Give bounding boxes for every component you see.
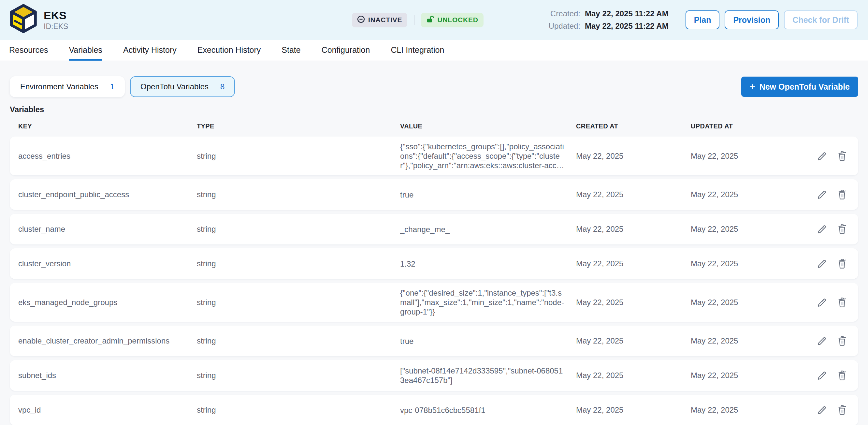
variable-created-at: May 22, 2025 bbox=[576, 190, 691, 199]
edit-variable-button[interactable] bbox=[817, 259, 827, 269]
trash-icon bbox=[837, 224, 847, 234]
environment-id: ID:EKS bbox=[44, 22, 68, 31]
table-row: cluster_endpoint_public_access string tr… bbox=[10, 179, 858, 210]
created-value: May 22, 2025 11:22 AM bbox=[585, 9, 669, 18]
variable-created-at: May 22, 2025 bbox=[576, 259, 691, 268]
created-label: Created: bbox=[549, 9, 580, 18]
trash-icon bbox=[837, 370, 847, 381]
variable-key: cluster_endpoint_public_access bbox=[18, 190, 197, 199]
table-row: cluster_name string _change_me_ May 22, … bbox=[10, 214, 858, 244]
check-for-drift-button[interactable]: Check for Drift bbox=[784, 10, 858, 29]
delete-variable-button[interactable] bbox=[837, 405, 847, 415]
column-type: Type bbox=[197, 123, 400, 130]
tab-activity-history[interactable]: Activity History bbox=[123, 40, 177, 61]
delete-variable-button[interactable] bbox=[837, 370, 847, 381]
tab-configuration[interactable]: Configuration bbox=[321, 40, 370, 61]
edit-variable-button[interactable] bbox=[817, 336, 827, 346]
table-row: access_entries string {"sso":{"kubernete… bbox=[10, 136, 858, 175]
pencil-icon bbox=[817, 224, 827, 234]
trash-icon bbox=[837, 189, 847, 200]
tab-resources[interactable]: Resources bbox=[9, 40, 48, 61]
header-actions: Plan Provision Check for Drift bbox=[685, 10, 858, 29]
tab-execution-history[interactable]: Execution History bbox=[197, 40, 261, 61]
timestamps: Created: May 22, 2025 11:22 AM Updated: … bbox=[549, 9, 669, 31]
variable-updated-at: May 22, 2025 bbox=[691, 298, 788, 307]
env0-cube-logo-icon bbox=[9, 4, 38, 36]
row-actions bbox=[817, 259, 850, 269]
variable-created-at: May 22, 2025 bbox=[576, 298, 691, 307]
variable-type: string bbox=[197, 371, 400, 380]
delete-variable-button[interactable] bbox=[837, 259, 847, 269]
column-key: Key bbox=[18, 123, 197, 130]
environment-variables-count: 1 bbox=[110, 82, 114, 91]
variable-type: string bbox=[197, 224, 400, 234]
variable-value: vpc-078b51c6cbc5581f1 bbox=[400, 405, 576, 415]
edit-variable-button[interactable] bbox=[817, 371, 827, 381]
unlocked-padlock-icon bbox=[426, 15, 434, 25]
updated-value: May 22, 2025 11:22 AM bbox=[585, 22, 669, 31]
variable-created-at: May 22, 2025 bbox=[576, 336, 691, 345]
variable-created-at: May 22, 2025 bbox=[576, 405, 691, 415]
tab-state[interactable]: State bbox=[281, 40, 301, 61]
edit-variable-button[interactable] bbox=[817, 405, 827, 415]
variable-key: cluster_version bbox=[18, 259, 197, 268]
row-actions bbox=[817, 405, 850, 415]
subtab-environment-variables[interactable]: Environment Variables 1 bbox=[10, 76, 125, 97]
variable-key: access_entries bbox=[18, 152, 197, 161]
pencil-icon bbox=[817, 371, 827, 381]
variable-key: eks_managed_node_groups bbox=[18, 298, 197, 307]
delete-variable-button[interactable] bbox=[837, 297, 847, 308]
variable-type: string bbox=[197, 336, 400, 345]
variable-value: 1.32 bbox=[400, 259, 576, 269]
edit-variable-button[interactable] bbox=[817, 224, 827, 234]
variables-subtabs: Environment Variables 1 OpenTofu Variabl… bbox=[10, 76, 858, 97]
variable-type: string bbox=[197, 190, 400, 199]
brand-text: EKS ID:EKS bbox=[44, 9, 68, 31]
brand: EKS ID:EKS bbox=[9, 4, 352, 36]
variable-updated-at: May 22, 2025 bbox=[691, 152, 788, 161]
tab-variables[interactable]: Variables bbox=[69, 40, 102, 61]
row-actions bbox=[817, 336, 850, 346]
edit-variable-button[interactable] bbox=[817, 151, 827, 161]
variable-value: true bbox=[400, 336, 576, 346]
variable-type: string bbox=[197, 152, 400, 161]
variables-content: Environment Variables 1 OpenTofu Variabl… bbox=[0, 61, 868, 425]
variable-key: cluster_name bbox=[18, 224, 197, 234]
variable-updated-at: May 22, 2025 bbox=[691, 190, 788, 199]
new-opentofu-variable-button[interactable]: + New OpenTofu Variable bbox=[741, 77, 858, 97]
row-actions bbox=[817, 224, 850, 234]
delete-variable-button[interactable] bbox=[837, 151, 847, 161]
provision-button[interactable]: Provision bbox=[725, 10, 779, 29]
subtab-opentofu-variables[interactable]: OpenTofu Variables 8 bbox=[130, 76, 235, 97]
variable-value: {"one":{"desired_size":1,"instance_types… bbox=[400, 288, 576, 316]
delete-variable-button[interactable] bbox=[837, 189, 847, 200]
variable-key: enable_cluster_creator_admin_permissions bbox=[18, 336, 197, 345]
minus-circle-icon bbox=[357, 15, 365, 25]
variable-created-at: May 22, 2025 bbox=[576, 152, 691, 161]
variable-created-at: May 22, 2025 bbox=[576, 371, 691, 380]
pencil-icon bbox=[817, 151, 827, 161]
table-row: enable_cluster_creator_admin_permissions… bbox=[10, 326, 858, 356]
edit-variable-button[interactable] bbox=[817, 190, 827, 200]
variable-updated-at: May 22, 2025 bbox=[691, 259, 788, 268]
subtab-environment-variables-label: Environment Variables bbox=[20, 82, 98, 91]
variable-updated-at: May 22, 2025 bbox=[691, 224, 788, 234]
pencil-icon bbox=[817, 405, 827, 415]
delete-variable-button[interactable] bbox=[837, 336, 847, 346]
trash-icon bbox=[837, 336, 847, 346]
row-actions bbox=[817, 151, 850, 161]
opentofu-variables-count: 8 bbox=[220, 82, 224, 91]
column-created-at: Created At bbox=[576, 123, 691, 130]
pencil-icon bbox=[817, 336, 827, 346]
variable-key: vpc_id bbox=[18, 405, 197, 415]
edit-variable-button[interactable] bbox=[817, 298, 827, 307]
tab-cli-integration[interactable]: CLI Integration bbox=[391, 40, 444, 61]
trash-icon bbox=[837, 405, 847, 415]
trash-icon bbox=[837, 151, 847, 161]
variable-key: subnet_ids bbox=[18, 371, 197, 380]
variable-value: true bbox=[400, 190, 576, 200]
plan-button[interactable]: Plan bbox=[685, 10, 720, 29]
table-row: vpc_id string vpc-078b51c6cbc5581f1 May … bbox=[10, 395, 858, 425]
delete-variable-button[interactable] bbox=[837, 224, 847, 234]
badge-divider bbox=[414, 15, 414, 25]
